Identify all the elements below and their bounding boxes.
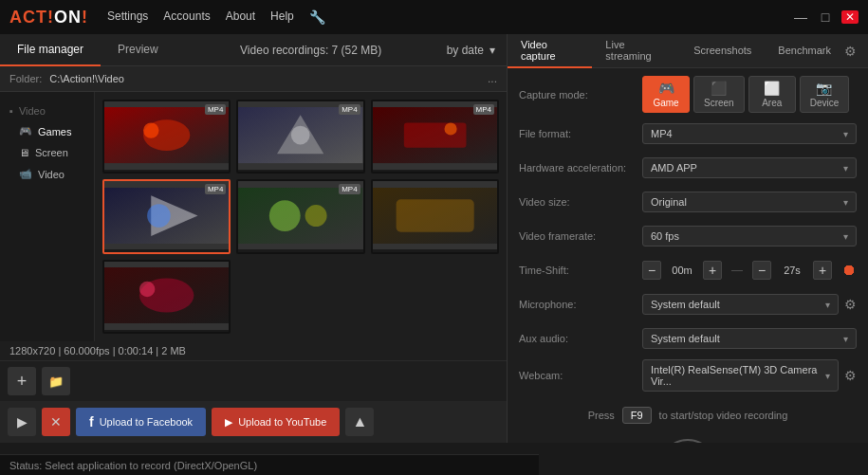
title-nav: Settings Accounts About Help 🔧	[107, 9, 773, 25]
screen-icon: 🖥	[19, 147, 29, 158]
video-section-icon: ▪	[9, 105, 13, 117]
right-tabs: Video capture Live streaming Screenshots…	[508, 34, 868, 68]
app-logo: ACT!ON!	[9, 8, 88, 27]
sort-control[interactable]: by date ▾	[447, 44, 507, 57]
sidebar-item-games[interactable]: 🎮 Games	[0, 120, 94, 142]
timeshift-value1: 00m	[667, 265, 697, 276]
time-shift-label: Time-Shift:	[519, 265, 642, 276]
nav-settings[interactable]: Settings	[107, 9, 148, 25]
timeshift-plus2-btn[interactable]: +	[813, 261, 832, 280]
thumb-label-0: Video 9-23-2016 23-54-56.mp4	[104, 170, 229, 174]
facebook-icon: f	[89, 414, 94, 429]
youtube-icon: ▶	[225, 416, 232, 429]
maximize-button[interactable]: □	[817, 10, 834, 24]
sidebar-section-label: Video	[19, 105, 46, 117]
capture-btn-screen[interactable]: ⬛ Screen	[693, 76, 745, 113]
capture-mode-row: Capture mode: 🎮 Game ⬛ Screen ⬜	[519, 76, 857, 113]
close-button[interactable]: ✕	[841, 10, 859, 24]
stop-button[interactable]: ✕	[42, 408, 70, 436]
video-thumb-6[interactable]: Game 2-9-2015 14-07-22.avi	[102, 260, 231, 334]
thumb-label-1: Game 2-9-2015 13-09-02.mp4	[238, 170, 362, 174]
nav-about[interactable]: About	[226, 9, 255, 25]
hw-accel-dropdown[interactable]: AMD APP ▾	[642, 157, 857, 178]
nav-help[interactable]: Help	[270, 9, 294, 25]
video-framerate-dropdown-icon: ▾	[843, 231, 848, 242]
sort-dropdown-icon: ▾	[489, 44, 495, 57]
video-grid: MP4Video 9-23-2016 23-54-56.mp4MP4Game 2…	[95, 92, 507, 341]
capture-btn-area-label: Area	[762, 98, 782, 108]
video-thumb-1[interactable]: MP4Game 2-9-2015 13-09-02.mp4	[236, 100, 364, 174]
aux-audio-row: Aux audio: System default ▾	[519, 325, 857, 352]
folder-path: C:\Action!\Video	[49, 73, 480, 84]
upload-arrow-button[interactable]: ▲	[345, 408, 374, 436]
tab-file-manager[interactable]: File manager	[0, 34, 101, 66]
folder-bar: Folder: C:\Action!\Video ...	[0, 66, 507, 92]
play-button[interactable]: ▶	[8, 408, 36, 436]
wrench-icon[interactable]: 🔧	[309, 9, 325, 25]
capture-btn-game[interactable]: 🎮 Game	[642, 76, 690, 113]
tab-preview[interactable]: Preview	[101, 34, 175, 66]
webcam-value: Intel(R) RealSense(TM) 3D Camera Vir...	[651, 364, 825, 387]
sidebar-item-screen-label: Screen	[35, 147, 68, 158]
thumb-label-6: Game 2-9-2015 14-07-22.avi	[104, 330, 229, 334]
main-layout: File manager Preview Video recordings: 7…	[0, 34, 868, 443]
folder-options-button[interactable]: ...	[488, 72, 497, 85]
right-panel: Video capture Live streaming Screenshots…	[508, 34, 868, 443]
games-icon: 🎮	[19, 125, 32, 137]
microphone-dropdown[interactable]: System default ▾	[642, 294, 839, 315]
settings-gear-icon[interactable]: ⚙	[844, 44, 868, 59]
microphone-value: System default	[651, 299, 720, 310]
webcam-row: Webcam: Intel(R) RealSense(TM) 3D Camera…	[519, 359, 857, 392]
game-capture-icon: 🎮	[658, 81, 674, 96]
upload-facebook-label: Upload to Facebook	[100, 416, 193, 428]
hw-accel-value: AMD APP	[651, 162, 697, 174]
webcam-dropdown-icon: ▾	[825, 371, 830, 381]
svg-point-13	[269, 200, 301, 231]
sidebar-section-video: ▪ Video	[0, 101, 94, 120]
video-framerate-dropdown[interactable]: 60 fps ▾	[642, 226, 857, 247]
video-thumb-2[interactable]: MP4Game 2-9-2015 15-05-50.mp4	[371, 100, 499, 174]
open-folder-button[interactable]: 📁	[42, 367, 70, 395]
tab-benchmark[interactable]: Benchmark	[765, 34, 844, 68]
timeshift-minus2-btn[interactable]: −	[752, 261, 771, 280]
upload-facebook-button[interactable]: f Upload to Facebook	[76, 408, 206, 436]
timeshift-plus-btn[interactable]: +	[703, 261, 722, 280]
time-shift-row: Time-Shift: − 00m + — − 27s + ⏺	[519, 257, 857, 283]
nav-accounts[interactable]: Accounts	[163, 9, 210, 25]
video-thumb-3[interactable]: MP4Game 2-9-2015 14-14-47.mp4	[102, 179, 231, 253]
webcam-gear-icon[interactable]: ⚙	[844, 368, 857, 383]
thumb-label-3: Game 2-9-2015 14-14-47.mp4	[104, 249, 229, 253]
video-thumb-0[interactable]: MP4Video 9-23-2016 23-54-56.mp4	[102, 100, 231, 174]
timeshift-minus-btn[interactable]: −	[642, 261, 661, 280]
tab-screenshots[interactable]: Screenshots	[680, 34, 765, 68]
aux-audio-dropdown[interactable]: System default ▾	[642, 328, 857, 349]
tab-live-streaming[interactable]: Live streaming	[592, 34, 680, 68]
video-thumb-4[interactable]: MP4Game 2-9-2015 14-12-33.mp4	[236, 179, 364, 253]
timeshift-record-icon[interactable]: ⏺	[841, 262, 857, 279]
sidebar-item-games-label: Games	[38, 126, 71, 137]
timeshift-controls: − 00m + — − 27s + ⏺	[642, 261, 857, 280]
video-thumb-5[interactable]: Game 2-9-2015 14-08-31.avi	[371, 179, 499, 253]
thumb-badge-3: MP4	[205, 184, 226, 194]
svg-point-11	[147, 204, 171, 228]
microphone-gear-icon[interactable]: ⚙	[844, 297, 857, 312]
capture-btn-area[interactable]: ⬜ Area	[748, 76, 796, 113]
video-framerate-row: Video framerate: 60 fps ▾	[519, 223, 857, 249]
tab-video-capture[interactable]: Video capture	[508, 34, 592, 68]
webcam-dropdown[interactable]: Intel(R) RealSense(TM) 3D Camera Vir... …	[642, 359, 839, 392]
sidebar-item-video[interactable]: 📹 Video	[0, 163, 94, 185]
capture-mode-buttons: 🎮 Game ⬛ Screen ⬜ Area 📷	[642, 76, 857, 113]
file-format-value: MP4	[651, 128, 673, 139]
minimize-button[interactable]: —	[792, 10, 809, 24]
upload-youtube-button[interactable]: ▶ Upload to YouTube	[212, 408, 340, 436]
sidebar-item-screen[interactable]: 🖥 Screen	[0, 142, 94, 163]
add-button[interactable]: +	[8, 367, 36, 395]
video-size-dropdown[interactable]: Original ▾	[642, 192, 857, 212]
microphone-row: Microphone: System default ▾ ⚙	[519, 291, 857, 318]
left-panel: File manager Preview Video recordings: 7…	[0, 34, 508, 443]
file-format-dropdown[interactable]: MP4 ▾	[642, 123, 857, 144]
capture-btn-device[interactable]: 📷 Device	[800, 76, 850, 113]
status-bar: Status: Select application to record (Di…	[0, 454, 539, 475]
rec-button[interactable]: REC	[659, 439, 716, 443]
press-key-row: Press F9 to start/stop video recording	[519, 399, 857, 431]
